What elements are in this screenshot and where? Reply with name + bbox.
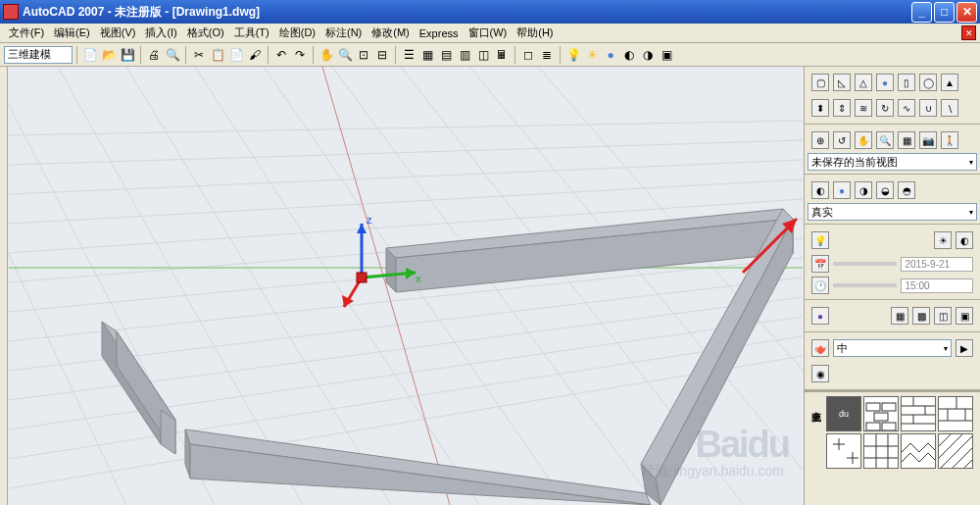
hatch-herring[interactable] xyxy=(901,433,936,469)
loft-icon[interactable]: ≋ xyxy=(855,99,872,117)
pan-icon[interactable]: ✋ xyxy=(855,131,872,149)
new-icon[interactable]: 📄 xyxy=(81,46,99,64)
menu-format[interactable]: 格式(O) xyxy=(182,24,229,42)
paste-icon[interactable]: 📄 xyxy=(227,46,245,64)
document-close-button[interactable]: ✕ xyxy=(961,25,976,40)
calc-icon[interactable]: 🖩 xyxy=(493,46,511,64)
render-icon[interactable]: 🫖 xyxy=(811,339,829,357)
render2-icon[interactable]: ▶ xyxy=(956,339,973,357)
mat4-icon[interactable]: ◫ xyxy=(934,307,952,325)
cylinder-icon[interactable]: ▯ xyxy=(898,74,915,91)
mat2-icon[interactable]: ▦ xyxy=(891,307,908,325)
block-icon[interactable]: ◻ xyxy=(519,46,537,64)
subtract-icon[interactable]: ∖ xyxy=(941,99,958,117)
menu-express[interactable]: Express xyxy=(415,25,464,41)
zoom-prev-icon[interactable]: ⊟ xyxy=(373,46,391,64)
zoom2-icon[interactable]: 🔍 xyxy=(876,131,894,149)
menu-draw[interactable]: 绘图(D) xyxy=(274,24,320,42)
vs4-icon[interactable]: ◒ xyxy=(876,181,894,199)
redo-icon[interactable]: ↷ xyxy=(291,46,309,64)
shadow-icon[interactable]: ◐ xyxy=(956,231,973,249)
view-dropdown[interactable]: 未保存的当前视图▾ xyxy=(808,153,977,171)
orbit-icon[interactable]: ↺ xyxy=(833,131,851,149)
calendar-icon[interactable]: 📅 xyxy=(811,255,829,273)
camera-icon[interactable]: 📷 xyxy=(919,131,937,149)
menu-view[interactable]: 视图(V) xyxy=(95,24,141,42)
presspull-icon[interactable]: ⇕ xyxy=(833,99,851,117)
mapping-icon[interactable]: ◑ xyxy=(639,46,657,64)
drawing-viewport[interactable]: z x Baidu 经验:jingyan.baidu.com xyxy=(8,67,804,505)
vs3-icon[interactable]: ◑ xyxy=(855,181,872,199)
time-field[interactable]: 15:00 xyxy=(901,278,974,293)
mat5-icon[interactable]: ▣ xyxy=(956,307,973,325)
light-icon[interactable]: 💡 xyxy=(564,46,582,64)
walk-icon[interactable]: 🚶 xyxy=(941,131,958,149)
hatch-brick1[interactable] xyxy=(863,396,899,431)
copy-icon[interactable]: 📋 xyxy=(209,46,226,64)
hatch-cross1[interactable] xyxy=(826,433,861,469)
open-icon[interactable]: 📂 xyxy=(100,46,118,64)
undo-icon[interactable]: ↶ xyxy=(272,46,290,64)
tool-palette-icon[interactable]: ▤ xyxy=(437,46,455,64)
clock-icon[interactable]: 🕐 xyxy=(811,277,829,294)
visual-style-dropdown[interactable]: 真实▾ xyxy=(808,203,977,221)
hatch-brick3[interactable] xyxy=(938,396,973,431)
minimize-button[interactable]: _ xyxy=(911,2,932,23)
cone-icon[interactable]: △ xyxy=(855,74,872,91)
vs2-icon[interactable]: ● xyxy=(833,181,851,199)
maximize-button[interactable]: □ xyxy=(934,2,955,23)
menu-file[interactable]: 文件(F) xyxy=(4,24,49,42)
menu-modify[interactable]: 修改(M) xyxy=(367,24,415,42)
menu-help[interactable]: 帮助(H) xyxy=(512,24,558,42)
layer-icon[interactable]: ≣ xyxy=(538,46,556,64)
workspace-dropdown[interactable]: 三维建模 xyxy=(4,46,73,64)
misc-icon[interactable]: ◉ xyxy=(811,365,829,382)
sun-icon[interactable]: ☀ xyxy=(583,46,601,64)
hatch-brick2[interactable] xyxy=(901,396,936,431)
hatch-cross2[interactable] xyxy=(863,433,899,469)
light2-icon[interactable]: 💡 xyxy=(811,231,829,249)
menu-insert[interactable]: 插入(I) xyxy=(140,24,181,42)
sun2-icon[interactable]: ☀ xyxy=(934,231,952,249)
design-center-icon[interactable]: ▦ xyxy=(418,46,436,64)
zoom-icon[interactable]: 🔍 xyxy=(336,46,354,64)
visual-icon[interactable]: ▣ xyxy=(658,46,675,64)
pan-icon[interactable]: ✋ xyxy=(318,46,335,64)
preview-icon[interactable]: 🔍 xyxy=(164,46,181,64)
left-dock-bar[interactable] xyxy=(0,67,8,505)
menu-tools[interactable]: 工具(T) xyxy=(229,24,274,42)
visualstyle-icon[interactable]: ◐ xyxy=(811,181,829,199)
sweep-icon[interactable]: ∿ xyxy=(898,99,915,117)
match-icon[interactable]: 🖌 xyxy=(246,46,264,64)
render-icon[interactable]: ● xyxy=(602,46,619,64)
view-icon[interactable]: ▦ xyxy=(898,131,915,149)
cut-icon[interactable]: ✂ xyxy=(190,46,208,64)
print-icon[interactable]: 🖨 xyxy=(145,46,163,64)
mat3-icon[interactable]: ▩ xyxy=(912,307,930,325)
box-icon[interactable]: ▢ xyxy=(811,74,829,91)
vs5-icon[interactable]: ◓ xyxy=(898,181,915,199)
extrude-icon[interactable]: ⬍ xyxy=(811,99,829,117)
date-field[interactable]: 2015-9-21 xyxy=(901,257,974,272)
menu-dimension[interactable]: 标注(N) xyxy=(320,24,367,42)
sphere-icon[interactable]: ● xyxy=(876,74,894,91)
torus-icon[interactable]: ◯ xyxy=(919,74,937,91)
revolve-icon[interactable]: ↻ xyxy=(876,99,894,117)
nav-icon[interactable]: ⊕ xyxy=(811,131,829,149)
material-icon[interactable]: ● xyxy=(811,307,829,325)
zoom-window-icon[interactable]: ⊡ xyxy=(355,46,372,64)
properties-icon[interactable]: ☰ xyxy=(400,46,417,64)
wedge-icon[interactable]: ◺ xyxy=(833,74,851,91)
union-icon[interactable]: ∪ xyxy=(919,99,937,117)
hatch-diag[interactable] xyxy=(938,433,973,469)
close-button[interactable]: ✕ xyxy=(956,2,977,23)
material-icon[interactable]: ◐ xyxy=(620,46,638,64)
pyramid-icon[interactable]: ▲ xyxy=(941,74,958,91)
save-icon[interactable]: 💾 xyxy=(119,46,136,64)
menu-window[interactable]: 窗口(W) xyxy=(464,24,513,42)
sheet-set-icon[interactable]: ▥ xyxy=(456,46,473,64)
markup-icon[interactable]: ◫ xyxy=(474,46,492,64)
lang-dropdown[interactable]: 中▾ xyxy=(833,339,952,357)
menu-edit[interactable]: 编辑(E) xyxy=(49,24,95,42)
hatch-solid[interactable]: du xyxy=(826,396,861,431)
